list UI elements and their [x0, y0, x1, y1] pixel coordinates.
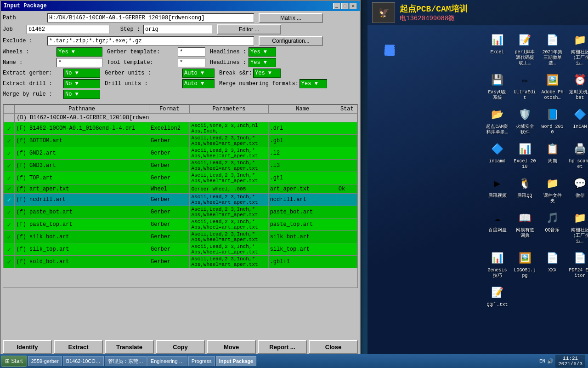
editor-button[interactable]: Editor ... — [217, 24, 281, 34]
close-button[interactable]: Close — [309, 340, 358, 354]
merge-rule-dropdown[interactable]: No ▼ — [63, 90, 100, 99]
col-stat: Stat — [337, 105, 357, 114]
config-button[interactable]: Configuration... — [259, 36, 323, 46]
icon-label: perl脚本源代码提取工… — [514, 50, 536, 66]
tool-template-input[interactable] — [178, 58, 205, 67]
extract-button[interactable]: Extract — [54, 340, 103, 354]
merge-numbering-dropdown[interactable]: Yes ▼ — [300, 79, 327, 88]
headlines1-dropdown[interactable]: Yes ▼ — [249, 47, 276, 57]
step-input[interactable] — [143, 25, 212, 34]
desktop-icon-14[interactable]: 📋 周期 — [540, 139, 565, 171]
identify-button[interactable]: Identify — [3, 340, 52, 354]
taskbar-task-2[interactable]: 管理员：东莞… — [105, 356, 147, 366]
translate-button[interactable]: Translate — [105, 340, 154, 354]
table-row[interactable]: ✓ (f) art_aper.txt Wheel Gerber Wheel, .… — [4, 184, 357, 194]
desktop-icon-27[interactable]: 📄 PDF24 Editor — [567, 248, 588, 280]
desktop-icon-25[interactable]: 🖼️ LOGO51.jpg — [512, 248, 537, 280]
table-row[interactable]: ✓ (f) silk_bot.art Gerber Ascii,Lead,2 3… — [4, 231, 357, 243]
desktop-icon-4[interactable]: 💾 EasyU盘系统 — [485, 70, 510, 102]
maximize-button[interactable]: □ — [341, 3, 349, 9]
desktop-icon-20[interactable]: ☁️ 百度网盘 — [485, 208, 510, 246]
desktop-icon-3[interactable]: 📁 南栅社区（工厂企业… — [567, 30, 588, 68]
desktop-icon-17[interactable]: 🐧 腾讯QQ — [512, 173, 537, 206]
desktop-icon-7[interactable]: ⏰ 定时关机.bat — [567, 70, 588, 102]
minimize-button[interactable]: _ — [333, 3, 340, 9]
table-row[interactable]: ✓ (f) TOP.art Gerber Ascii,Lead,2 3,Inch… — [4, 172, 357, 184]
headlines2-dropdown[interactable]: Yes ▼ — [249, 58, 276, 67]
exclude-input[interactable] — [47, 36, 254, 46]
row-name: .gtl — [268, 172, 337, 184]
wheels-dropdown[interactable]: Yes ▼ — [57, 47, 102, 57]
table-row[interactable]: ✓ (f) GND3.art Gerber Ascii,Lead,2 3,Inc… — [4, 160, 357, 172]
desktop-icon-22[interactable]: 🎵 QQ音乐 — [540, 208, 565, 246]
job-input[interactable] — [27, 25, 109, 34]
desktop-icon-12[interactable]: 🔷 incamd — [485, 139, 510, 171]
move-button[interactable]: Move — [207, 340, 256, 354]
desktop-icon-10[interactable]: 📘 Word 2010 — [540, 104, 565, 137]
desktop-icon-16[interactable]: ▶️ 腾讯视频 — [485, 173, 510, 206]
desktop-icon-0[interactable]: 📊 Excel — [485, 30, 510, 68]
taskbar-task-4[interactable]: Progress — [188, 356, 215, 366]
headlines2-label: Headlines : — [206, 59, 248, 66]
desktop-icon-11[interactable]: 🔷 InCAM — [567, 104, 588, 137]
row-parameters: Ascii,Lead,2 3,Inch,* Abs,Wheel=art_aper… — [190, 218, 268, 231]
gerber-units-dropdown[interactable]: Auto ▼ — [182, 69, 215, 78]
desktop-icon-13[interactable]: 📊 Excel 2010 — [512, 139, 537, 171]
desktop-icon-9[interactable]: 🛡️ 火绒安全软件 — [512, 104, 537, 137]
copy-button[interactable]: Copy — [156, 340, 205, 354]
name-row: Name : Tool template: Headlines : Yes ▼ — [3, 58, 358, 67]
desktop-icon-5[interactable]: ✏️ UltraEdit — [512, 70, 537, 102]
close-button[interactable]: ✕ — [350, 3, 357, 9]
table-row[interactable]: ✓ (f) ncdrill.art Gerber Ascii,Lead,2 3,… — [4, 194, 357, 206]
extract-gerber-dropdown[interactable]: No ▼ — [63, 69, 100, 78]
table-row[interactable]: ✓ (f) paste_top.art Gerber Ascii,Lead,2 … — [4, 218, 357, 231]
extract-drill-dropdown[interactable]: No ▼ — [63, 79, 100, 88]
desktop-icon-15[interactable]: 🖨️ hp scanjet — [567, 139, 588, 171]
gerber-template-input[interactable] — [178, 47, 205, 57]
row-pathname: (f) sold_bot.art — [15, 256, 149, 268]
table-row[interactable]: ✓ (f) BOTTOM.art Gerber Ascii,Lead,2 3,I… — [4, 135, 357, 147]
icon-image: 🔷 — [571, 106, 588, 123]
icon-image: 📊 — [489, 31, 506, 49]
row-check: ✓ — [4, 172, 15, 184]
report-button[interactable]: Report ... — [258, 340, 307, 354]
desktop-icon-2[interactable]: 📄 2021年第三期做单选… — [540, 30, 565, 68]
desktop-icon-23[interactable]: 📁 南栅社区（工厂企业… — [567, 208, 588, 246]
table-row[interactable]: (D) B1462-10COM-A0.1-GERBER_120108[rdwen — [4, 114, 357, 122]
table-row[interactable]: ✓ (f) GND2.art Gerber Ascii,Lead,2 3,Inc… — [4, 147, 357, 160]
matrix-button[interactable]: Matrix ... — [259, 13, 323, 23]
drill-units-dropdown[interactable]: Auto ▼ — [182, 79, 215, 88]
row-stat — [337, 135, 357, 147]
desktop-icon-8[interactable]: 📂 起点CAM资料库单条… — [485, 104, 510, 137]
icon-label: 定时关机.bat — [569, 90, 588, 101]
desktop-icon-1[interactable]: 📝 perl脚本源代码提取工… — [512, 30, 537, 68]
desktop-icon-18[interactable]: 📁 课件文件夹 — [540, 173, 565, 206]
row-parameters: Ascii,None,2 3,Inch,nl Abs,Inch, — [190, 122, 268, 135]
app-window: Input Package _ □ ✕ Path Matrix ... Job … — [0, 0, 361, 356]
start-button[interactable]: ⊞ Start — [1, 356, 27, 367]
desktop-icon-26[interactable]: 📄 XXX — [540, 248, 565, 280]
table-row[interactable]: ✓ (F) B1462-10COM-A0.1_0108end-l-4.drl E… — [4, 122, 357, 135]
taskbar-task-0[interactable]: 2559-gerber — [28, 356, 62, 366]
icon-label: hp scanjet — [569, 159, 588, 170]
icon-image: 📁 — [544, 175, 561, 192]
taskbar-task-3[interactable]: Engineering … — [147, 356, 187, 366]
icon-label: Genesis技巧 — [486, 268, 509, 279]
desktop-icon-28[interactable]: 📝 QQ广…txt — [485, 282, 510, 309]
taskbar-task-1[interactable]: B1462-10CO… — [63, 356, 104, 366]
table-row[interactable]: ✓ (f) silk_top.art Gerber Ascii,Lead,2 3… — [4, 243, 357, 256]
row-name: .l2 — [268, 147, 337, 160]
desktop-icon-24[interactable]: 📊 Genesis技巧 — [485, 248, 510, 280]
desktop-icon-19[interactable]: 💬 微信 — [567, 173, 588, 206]
desktop-icon-21[interactable]: 📖 网易有道词典 — [512, 208, 537, 246]
table-row[interactable]: ✓ (f) paste_bot.art Gerber Ascii,Lead,2 … — [4, 206, 357, 218]
table-row[interactable]: ✓ (f) sold_bot.art Gerber Ascii,Lead,2 3… — [4, 256, 357, 268]
name-input[interactable] — [57, 58, 102, 67]
path-input[interactable] — [47, 13, 254, 23]
row-pathname: (f) GND3.art — [15, 160, 149, 172]
row-name: silk_top.art — [268, 243, 337, 256]
break-sr-dropdown[interactable]: Yes ▼ — [253, 69, 281, 78]
taskbar-task-5[interactable]: Input Package — [216, 356, 257, 366]
row-stat: Ok — [337, 184, 357, 194]
desktop-icon-6[interactable]: 🖼️ Adobe Photosh… — [540, 70, 565, 102]
